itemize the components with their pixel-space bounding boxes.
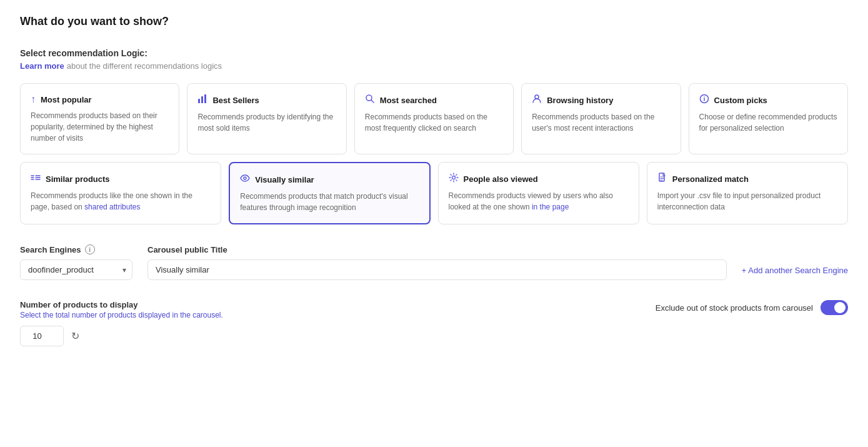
- card-browsing-history-title: Browsing history: [547, 96, 613, 105]
- search-engines-info-icon: i: [85, 244, 95, 254]
- card-custom-picks-desc: Choose or define recommended products fo…: [699, 111, 837, 134]
- bottom-settings-row: Number of products to display Select the…: [20, 300, 848, 346]
- card-people-also-viewed-title: People also viewed: [464, 174, 538, 184]
- svg-rect-0: [198, 99, 200, 103]
- card-best-sellers-title: Best Sellers: [212, 96, 259, 105]
- similar-icon: [31, 173, 41, 185]
- card-similar-products[interactable]: Similar products Recommends products lik…: [20, 162, 221, 224]
- card-most-popular[interactable]: ↑ Most popular Recommends products based…: [20, 83, 179, 154]
- card-custom-picks[interactable]: Custom picks Choose or define recommende…: [689, 83, 848, 154]
- svg-rect-2: [204, 94, 206, 103]
- svg-line-4: [371, 100, 374, 103]
- card-people-also-viewed-desc: Recommends products viewed by users who …: [449, 190, 629, 213]
- card-most-searched[interactable]: Most searched Recommends products based …: [354, 83, 514, 154]
- arrow-up-icon: ↑: [31, 94, 36, 105]
- info-circle-icon: [699, 94, 709, 106]
- exclude-stock-toggle[interactable]: [821, 300, 848, 315]
- card-most-searched-desc: Recommends products based on the most fr…: [365, 111, 503, 134]
- card-personalized-match[interactable]: Personalized match Import your .csv file…: [647, 162, 848, 224]
- bar-chart-icon: [197, 94, 207, 106]
- carousel-title-input[interactable]: [147, 259, 727, 280]
- card-best-sellers[interactable]: Best Sellers Recommends products by iden…: [187, 83, 346, 154]
- toggle-slider: [821, 300, 848, 315]
- add-engine-button[interactable]: + Add another Search Engine: [742, 261, 848, 280]
- gear-icon: [449, 173, 459, 185]
- learn-more-link[interactable]: Learn more: [20, 61, 64, 71]
- search-icon: [365, 94, 375, 106]
- file-icon: [657, 173, 667, 185]
- search-engines-select[interactable]: doofinder_product: [20, 259, 132, 280]
- reset-button[interactable]: ↻: [69, 328, 82, 344]
- exclude-stock-block: Exclude out of stock products from carou…: [656, 300, 848, 315]
- num-products-block: Number of products to display Select the…: [20, 300, 223, 346]
- card-visually-similar[interactable]: Visually similar Recommends products tha…: [229, 162, 430, 224]
- svg-rect-1: [201, 96, 203, 103]
- svg-point-5: [535, 95, 539, 99]
- exclude-stock-label: Exclude out of stock products from carou…: [656, 303, 813, 313]
- search-engines-label: Search Engines i: [20, 244, 132, 254]
- num-products-label: Number of products to display: [20, 300, 223, 309]
- cards-row-2: Similar products Recommends products lik…: [20, 162, 848, 224]
- person-icon: [532, 94, 542, 106]
- num-products-input[interactable]: [20, 326, 64, 346]
- card-most-popular-desc: Recommends products based on their popul…: [31, 110, 169, 144]
- page-title: What do you want to show?: [20, 15, 848, 28]
- search-engines-select-wrapper: doofinder_product ▾: [20, 259, 132, 280]
- card-custom-picks-title: Custom picks: [714, 96, 767, 105]
- search-engines-block: Search Engines i doofinder_product ▾: [20, 244, 132, 280]
- svg-point-10: [452, 176, 455, 179]
- svg-point-8: [704, 96, 705, 98]
- card-most-popular-title: Most popular: [41, 95, 92, 104]
- card-visually-similar-title: Visually similar: [255, 175, 314, 184]
- card-personalized-match-title: Personalized match: [672, 174, 749, 184]
- card-similar-products-title: Similar products: [46, 174, 110, 184]
- carousel-title-label: Carousel public Title: [147, 245, 727, 254]
- card-similar-products-desc: Recommends products like the one shown i…: [31, 190, 211, 213]
- card-visually-similar-desc: Recommends products that match product's…: [240, 191, 419, 213]
- recommendation-section-label: Select recommendation Logic:: [20, 48, 848, 58]
- svg-point-9: [244, 177, 246, 179]
- num-products-sublabel: Select the total number of products disp…: [20, 311, 223, 319]
- card-browsing-history-desc: Recommends products based on the user's …: [532, 111, 670, 134]
- card-best-sellers-desc: Recommends products by identifying the m…: [197, 111, 336, 134]
- card-people-also-viewed[interactable]: People also viewed Recommends products v…: [438, 162, 639, 224]
- card-most-searched-title: Most searched: [380, 96, 437, 105]
- carousel-title-block: Carousel public Title: [147, 245, 727, 280]
- card-personalized-match-desc: Import your .csv file to input personali…: [657, 190, 837, 213]
- cards-row-1: ↑ Most popular Recommends products based…: [20, 83, 848, 154]
- learn-more-suffix: about the different recommendations logi…: [67, 61, 222, 71]
- card-browsing-history[interactable]: Browsing history Recommends products bas…: [521, 83, 681, 154]
- eye-icon: [240, 173, 250, 186]
